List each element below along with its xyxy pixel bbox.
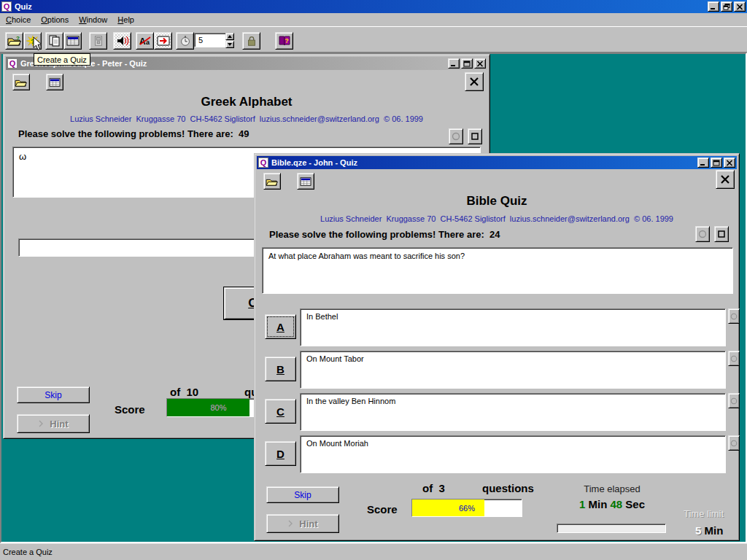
help-book-icon: ? <box>277 35 292 47</box>
mouse-cursor <box>33 36 43 52</box>
greek-prompt: Please solve the following problems! The… <box>18 128 249 139</box>
limit-minutes: 5 <box>695 524 701 537</box>
greek-end-quiz-button[interactable] <box>465 72 484 91</box>
answer-d-sound-button[interactable] <box>728 435 740 451</box>
timer-button[interactable] <box>176 32 194 50</box>
bible-end-quiz-button[interactable] <box>716 170 735 189</box>
close-icon <box>476 61 484 67</box>
elapsed-minutes: 1 <box>579 498 585 510</box>
save-button[interactable] <box>89 32 107 50</box>
svg-text:?: ? <box>16 35 20 42</box>
greek-play-sound-button[interactable] <box>449 128 463 144</box>
answer-row-a: A In Bethel <box>255 308 740 346</box>
sound-toggle-button[interactable] <box>113 32 131 50</box>
greek-of-count: of 10 <box>170 386 198 398</box>
restore-icon <box>723 4 730 10</box>
answer-b-button[interactable]: B <box>265 357 296 381</box>
main-minimize-button[interactable] <box>708 1 719 12</box>
bible-skip-button[interactable]: Skip <box>266 486 339 503</box>
main-restore-button[interactable] <box>721 1 732 12</box>
main-close-button[interactable] <box>734 1 746 12</box>
bible-maximize-button[interactable] <box>711 158 722 168</box>
bible-results-button[interactable] <box>297 173 314 190</box>
app-icon: Q <box>1 1 12 12</box>
bible-close-button[interactable] <box>724 158 735 168</box>
copy-icon <box>47 35 62 47</box>
time-limit-spinner[interactable]: 5 <box>194 33 235 49</box>
bible-question-box: At what place Abraham was meant to sacri… <box>262 247 733 294</box>
copy-button[interactable] <box>45 32 63 50</box>
spinner-value[interactable]: 5 <box>194 33 226 47</box>
open-quiz-button[interactable]: ? <box>5 32 23 50</box>
answer-row-b: B On Mount Tabor <box>255 351 740 389</box>
folder-open-icon <box>15 77 28 88</box>
table-icon <box>48 77 61 88</box>
status-bar: Create a Quiz <box>0 543 747 560</box>
bible-score-bar: 66% <box>411 499 522 517</box>
table-icon <box>299 176 312 187</box>
folder-open-icon <box>266 176 279 187</box>
quiz-doc-icon: Q <box>258 158 268 168</box>
results-table-button[interactable] <box>63 32 82 50</box>
bible-open-button[interactable] <box>263 173 281 190</box>
arrow-up-icon <box>228 35 232 38</box>
exit-mode-button[interactable] <box>154 32 172 50</box>
menu-help[interactable]: Help <box>117 15 134 24</box>
answer-a-button[interactable]: A <box>265 314 296 339</box>
answer-d-button[interactable]: D <box>265 441 296 466</box>
greek-results-button[interactable] <box>46 74 63 90</box>
time-limit-value: 5 Min <box>695 524 723 537</box>
greek-hint-button[interactable]: Hint <box>17 414 90 433</box>
main-title-bar: Q Quiz <box>0 0 747 13</box>
bible-author-line: Luzius Schneider Kruggasse 70 CH-5462 Si… <box>255 214 739 223</box>
time-limit-label: Time limit <box>684 508 724 519</box>
main-toolbar: ? ? Aa 5 ? <box>0 26 747 52</box>
greek-skip-button[interactable]: Skip <box>17 386 90 403</box>
circle-icon <box>730 355 738 362</box>
time-elapsed-bar <box>557 524 666 533</box>
bible-hint-button[interactable]: Hint <box>266 514 339 533</box>
greek-open-button[interactable] <box>12 74 30 90</box>
greek-minimize-button[interactable] <box>448 58 460 69</box>
greek-score-label: Score <box>115 403 145 416</box>
greek-maximize-button[interactable] <box>461 58 473 69</box>
lock-icon <box>245 35 258 47</box>
greek-show-picture-button[interactable] <box>468 128 482 144</box>
circle-icon <box>730 397 738 405</box>
greek-close-button[interactable] <box>474 58 486 69</box>
menu-window[interactable]: Window <box>79 15 107 24</box>
minimize-icon <box>710 4 717 10</box>
answer-c-button[interactable]: C <box>265 399 296 424</box>
answer-a-sound-button[interactable] <box>728 308 740 324</box>
menu-choice[interactable]: Choice <box>6 15 31 24</box>
elapsed-seconds-unit: Sec <box>625 498 645 510</box>
bible-quiz-heading: Bible Quiz <box>255 194 739 209</box>
answer-b-text-box: On Mount Tabor <box>300 351 726 389</box>
hint-arrow-icon <box>38 420 44 427</box>
bible-play-sound-button[interactable] <box>695 226 710 242</box>
bible-question-text: At what place Abraham was meant to sacri… <box>268 252 465 260</box>
exit-arrow-icon <box>156 35 171 47</box>
hint-arrow-icon <box>287 520 293 527</box>
menu-options[interactable]: Options <box>41 15 69 24</box>
speaker-icon <box>115 35 130 47</box>
answer-c-text-box: In the valley Ben Hinnom <box>300 393 726 431</box>
bible-title-bar[interactable]: Q Bible.qze - John - Quiz <box>257 156 737 169</box>
help-button[interactable]: ? <box>275 32 293 50</box>
greek-author-line: Luzius Schneider Kruggasse 70 CH-5462 Si… <box>4 114 489 123</box>
answer-b-sound-button[interactable] <box>728 351 740 366</box>
answer-c-sound-button[interactable] <box>728 393 740 408</box>
time-elapsed-value: 1 Min 48 Sec <box>554 498 670 510</box>
lock-button[interactable] <box>242 32 260 50</box>
close-x-icon <box>468 76 480 88</box>
menu-bar: Choice Options Window Help <box>0 13 747 26</box>
bible-minimize-button[interactable] <box>697 158 709 168</box>
bible-of-count: of 3 <box>422 482 445 494</box>
circle-icon <box>452 132 460 141</box>
bible-show-picture-button[interactable] <box>714 226 729 242</box>
font-button[interactable]: Aa <box>136 32 154 50</box>
spinner-up-button[interactable] <box>225 33 234 40</box>
limit-minutes-unit: Min <box>705 524 724 537</box>
spinner-down-button[interactable] <box>225 41 234 48</box>
close-icon <box>726 160 733 166</box>
